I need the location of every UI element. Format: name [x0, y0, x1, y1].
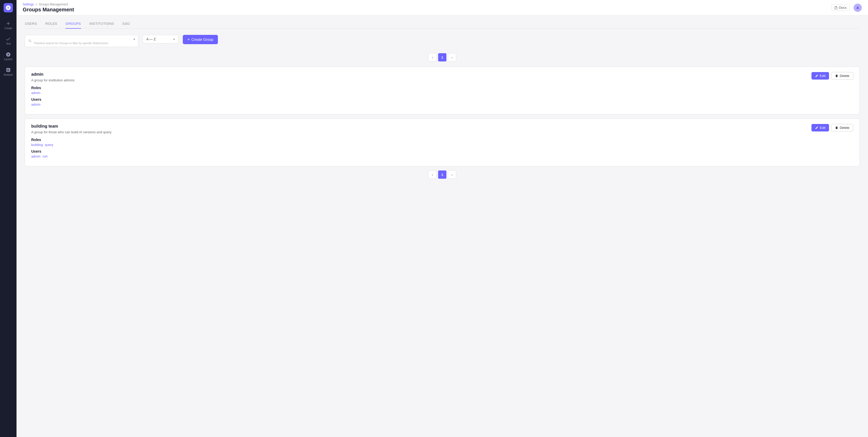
sidebar-item-create-label: Create: [4, 27, 12, 30]
sidebar-item-analyze[interactable]: Analyze: [2, 65, 15, 79]
group-building-team-user-admin[interactable]: admin: [31, 154, 40, 158]
filter-row: ▾ Plaintext search for Groups or filter …: [25, 35, 860, 47]
breadcrumb: Settings > Groups Management: [23, 3, 74, 6]
test-icon: [6, 36, 11, 41]
group-admin-roles-label: Roles: [31, 86, 74, 90]
group-admin-users: admin: [31, 103, 74, 107]
group-admin-actions: Edit Delete: [811, 72, 853, 80]
group-card-admin-header: admin A group for institution admins Rol…: [31, 72, 853, 109]
search-box-inner: ▾ Plaintext search for Groups or filter …: [34, 37, 135, 45]
group-building-team-user-rort[interactable]: rort: [42, 154, 48, 158]
sidebar-item-test[interactable]: Test: [2, 34, 15, 48]
pencil-icon: [815, 74, 818, 78]
group-building-team-roles: building query: [31, 143, 112, 147]
sidebar-item-test-label: Test: [6, 42, 10, 45]
group-building-team-actions: Edit Delete: [811, 124, 853, 132]
tab-sso[interactable]: SSO: [122, 22, 130, 29]
app-logo[interactable]: [4, 3, 13, 12]
breadcrumb-area: Settings > Groups Management Groups Mana…: [23, 3, 74, 13]
group-admin-name: admin: [31, 72, 74, 77]
group-building-team-edit-label: Edit: [820, 126, 826, 130]
sort-value: A — Z: [146, 37, 156, 41]
user-avatar[interactable]: A: [854, 4, 862, 12]
group-admin-roles: admin: [31, 91, 74, 95]
sort-dropdown[interactable]: A — Z ▾: [143, 35, 179, 43]
group-admin-delete-button[interactable]: Delete: [831, 72, 853, 80]
create-group-button[interactable]: + Create Group: [183, 35, 218, 44]
group-building-team-edit-button[interactable]: Edit: [811, 124, 829, 132]
group-building-team-info: building team A group for those who can …: [31, 124, 112, 161]
group-admin-info: admin A group for institution admins Rol…: [31, 72, 74, 109]
search-input[interactable]: [34, 37, 132, 41]
docs-icon: [834, 6, 838, 9]
next-page-btn-top[interactable]: ›: [448, 53, 456, 61]
search-dropdown-arrow[interactable]: ▾: [133, 37, 135, 41]
sidebar: Create Test Launch Analyze: [0, 0, 17, 437]
main-wrapper: Settings > Groups Management Groups Mana…: [17, 0, 868, 437]
tab-users[interactable]: USERS: [25, 22, 37, 29]
sidebar-item-launch[interactable]: Launch: [2, 50, 15, 63]
tabs-bar: USERS ROLES GROUPS INSTITUTIONS SSO: [25, 22, 860, 29]
tab-groups[interactable]: GROUPS: [66, 22, 81, 29]
group-admin-role-admin[interactable]: admin: [31, 91, 40, 95]
prev-page-btn-bottom[interactable]: ‹: [428, 171, 437, 179]
sidebar-item-launch-label: Launch: [4, 58, 13, 61]
group-building-team-role-query[interactable]: query: [45, 143, 54, 147]
search-box: ▾ Plaintext search for Groups or filter …: [25, 35, 138, 47]
logo-icon: [5, 5, 11, 10]
group-admin-edit-button[interactable]: Edit: [811, 72, 829, 80]
content-area: USERS ROLES GROUPS INSTITUTIONS SSO ▾ Pl…: [17, 16, 868, 437]
group-building-team-delete-button[interactable]: Delete: [831, 124, 853, 132]
pencil-icon-2: [815, 126, 818, 129]
group-building-team-roles-label: Roles: [31, 138, 112, 142]
sort-dropdown-arrow: ▾: [173, 37, 175, 41]
page-title: Groups Management: [23, 7, 74, 13]
search-hint: Plaintext search for Groups or filter by…: [34, 41, 135, 45]
breadcrumb-current: Groups Management: [39, 3, 68, 6]
header-right: Docs A: [831, 4, 862, 12]
group-building-team-users: admin rort: [31, 154, 112, 158]
group-card-building-team: building team A group for those who can …: [25, 119, 860, 166]
docs-link[interactable]: Docs: [831, 4, 849, 11]
page-1-btn-top[interactable]: 1: [438, 53, 446, 61]
group-building-team-users-label: Users: [31, 149, 112, 153]
search-icon: [28, 39, 32, 43]
group-card-building-team-header: building team A group for those who can …: [31, 124, 853, 161]
sidebar-item-create[interactable]: Create: [2, 19, 15, 32]
group-building-team-name: building team: [31, 124, 112, 128]
breadcrumb-separator: >: [35, 3, 37, 6]
group-admin-edit-label: Edit: [820, 74, 826, 78]
top-header: Settings > Groups Management Groups Mana…: [17, 0, 868, 16]
search-row: ▾: [34, 37, 135, 41]
docs-label: Docs: [839, 6, 846, 9]
group-admin-delete-label: Delete: [840, 74, 849, 78]
group-card-admin: admin A group for institution admins Rol…: [25, 67, 860, 114]
prev-page-btn-top[interactable]: ‹: [428, 53, 437, 61]
breadcrumb-settings-link[interactable]: Settings: [23, 3, 34, 6]
create-group-label: Create Group: [191, 37, 213, 41]
create-icon: [6, 21, 11, 26]
next-page-btn-bottom[interactable]: ›: [448, 171, 456, 179]
group-admin-users-label: Users: [31, 97, 74, 101]
tab-institutions[interactable]: INSTITUTIONS: [89, 22, 114, 29]
group-admin-desc: A group for institution admins: [31, 78, 74, 82]
launch-icon: [6, 52, 11, 57]
sidebar-item-analyze-label: Analyze: [4, 74, 13, 76]
pagination-top: ‹ 1 ›: [25, 53, 860, 61]
tab-roles[interactable]: ROLES: [45, 22, 57, 29]
pagination-bottom: ‹ 1 ›: [25, 171, 860, 179]
group-building-team-desc: A group for those who can build AI versi…: [31, 130, 112, 134]
trash-icon: [835, 74, 838, 78]
group-building-team-delete-label: Delete: [840, 126, 849, 130]
group-admin-user-admin[interactable]: admin: [31, 103, 40, 107]
analyze-icon: [6, 67, 11, 72]
group-building-team-role-building[interactable]: building: [31, 143, 43, 147]
trash-icon-2: [835, 126, 838, 129]
page-1-btn-bottom[interactable]: 1: [438, 171, 446, 179]
plus-icon: +: [187, 37, 190, 42]
